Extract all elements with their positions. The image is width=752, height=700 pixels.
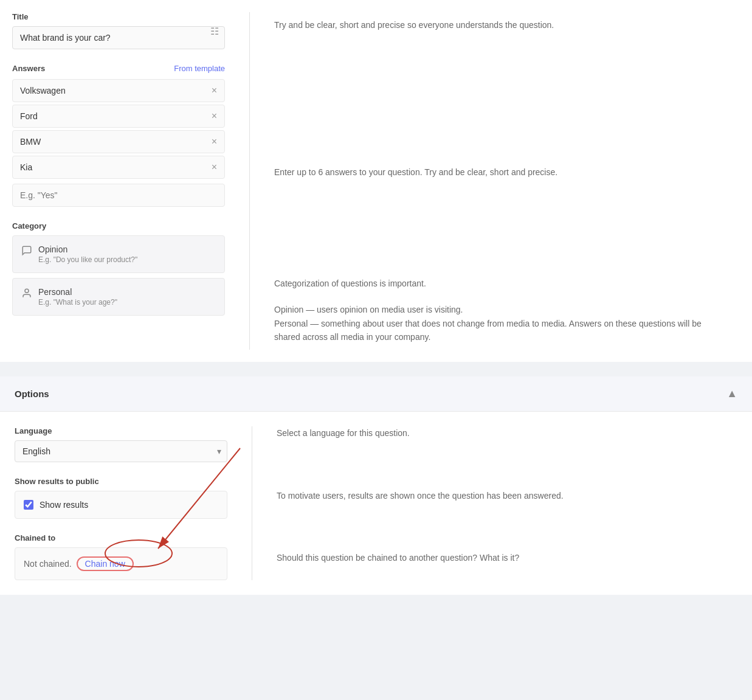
language-label: Language [15, 426, 227, 435]
opinion-name: Opinion [38, 244, 137, 254]
options-left: Language English French German Spanish ▾ [15, 426, 240, 580]
from-template-link[interactable]: From template [174, 64, 225, 73]
options-content: Language English French German Spanish ▾ [0, 412, 752, 595]
show-results-section: Show results to public Show results [15, 477, 227, 519]
checkbox-row: Show results [24, 500, 218, 510]
chevron-up-icon: ▲ [726, 387, 737, 400]
chain-now-button[interactable]: Chain now [77, 556, 134, 571]
svg-point-0 [25, 289, 29, 293]
remove-answer-kia-button[interactable]: × [212, 162, 217, 172]
language-select[interactable]: English French German Spanish [15, 440, 227, 462]
category-personal-card[interactable]: Personal E.g. "What is your age?" [12, 278, 225, 316]
options-header[interactable]: Options ▲ [0, 376, 752, 412]
category-section: Category Opinion E.g. "Do you like our p… [12, 221, 225, 316]
options-right: Select a language for this question. To … [264, 426, 737, 580]
top-section: Title ☷ Answers From template Volkswagen… [0, 0, 752, 362]
answer-item: Ford × [12, 105, 225, 128]
answer-item: Volkswagen × [12, 79, 225, 102]
opinion-icon [21, 245, 32, 258]
options-vertical-divider [252, 426, 252, 580]
show-results-label: Show results to public [15, 477, 227, 486]
remove-answer-bmw-button[interactable]: × [212, 137, 217, 147]
title-field-wrapper: Title ☷ [12, 12, 225, 49]
answers-hint-text: Enter up to 6 answers to your question. … [274, 165, 728, 179]
answer-item: BMW × [12, 130, 225, 153]
vertical-divider [249, 12, 250, 350]
remove-answer-volkswagen-button[interactable]: × [212, 86, 217, 95]
title-hint-text: Try and be clear, short and precise so e… [274, 18, 728, 32]
new-answer-input[interactable] [12, 184, 225, 207]
opinion-example: E.g. "Do you like our product?" [38, 255, 137, 264]
answer-value: Kia [20, 162, 32, 172]
chained-to-hint-text: Should this question be chained to anoth… [277, 551, 725, 564]
show-results-checkbox-label: Show results [40, 500, 88, 510]
category-opinion-card[interactable]: Opinion E.g. "Do you like our product?" [12, 235, 225, 273]
opinion-info: Opinion E.g. "Do you like our product?" [38, 244, 137, 264]
personal-name: Personal [38, 287, 117, 297]
title-label: Title [12, 12, 225, 21]
top-inner: Title ☷ Answers From template Volkswagen… [0, 12, 752, 350]
answers-header: Answers From template [12, 64, 225, 73]
answers-label: Answers [12, 64, 45, 73]
show-results-checkbox[interactable] [24, 500, 33, 510]
language-select-wrapper: English French German Spanish ▾ [15, 440, 227, 462]
personal-icon [21, 288, 32, 301]
calendar-icon: ☷ [210, 25, 219, 36]
answers-list: Volkswagen × Ford × BMW × Kia [12, 79, 225, 179]
chained-to-label: Chained to [15, 533, 227, 542]
right-panel: Try and be clear, short and precise so e… [262, 12, 740, 350]
language-field: Language English French German Spanish ▾ [15, 426, 227, 462]
answer-value: Volkswagen [20, 86, 66, 95]
show-results-box: Show results [15, 491, 227, 519]
category-hint-1: Categorization of questions is important… [274, 277, 728, 290]
chained-box: Not chained. Chain now [15, 547, 227, 580]
language-hint-text: Select a language for this question. [277, 426, 725, 440]
personal-example: E.g. "What is your age?" [38, 298, 117, 307]
page-wrapper: Title ☷ Answers From template Volkswagen… [0, 0, 752, 700]
remove-answer-ford-button[interactable]: × [212, 111, 217, 121]
options-section: Options ▲ Language English [0, 376, 752, 595]
answer-item: Kia × [12, 156, 225, 179]
category-hint-3: Personal — something about user that doe… [274, 317, 728, 344]
category-label: Category [12, 221, 225, 230]
category-hint-2: Opinion — users opinion on media user is… [274, 303, 728, 316]
options-title: Options [15, 389, 49, 399]
answer-value: BMW [20, 137, 41, 147]
title-input[interactable] [12, 26, 225, 49]
options-content-wrapper: Language English French German Spanish ▾ [0, 412, 752, 595]
chained-to-section: Chained to Not chained. Chain now [15, 533, 227, 580]
options-inner: Language English French German Spanish ▾ [15, 426, 737, 580]
show-results-hint-text: To motivate users, results are shown onc… [277, 489, 725, 502]
personal-info: Personal E.g. "What is your age?" [38, 287, 117, 307]
answers-section: Answers From template Volkswagen × Ford … [12, 64, 225, 207]
not-chained-text: Not chained. [24, 559, 72, 569]
left-panel: Title ☷ Answers From template Volkswagen… [12, 12, 237, 350]
section-separator [0, 362, 752, 376]
answer-value: Ford [20, 111, 38, 121]
